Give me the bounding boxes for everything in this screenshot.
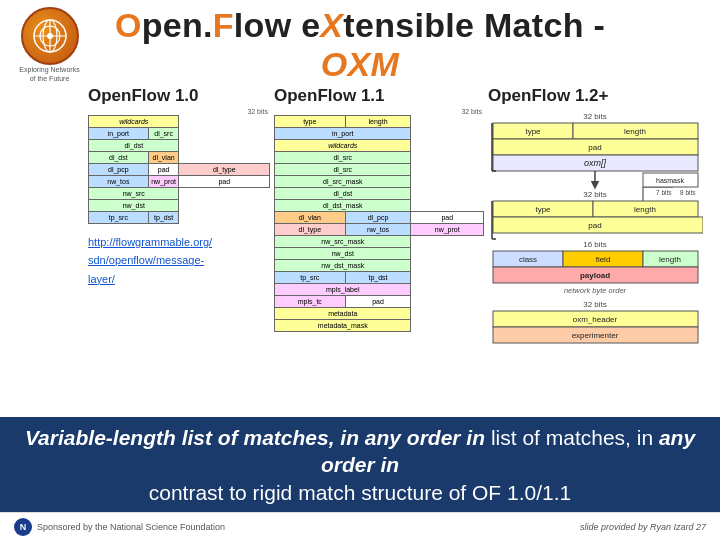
svg-text:32 bits: 32 bits [583, 300, 607, 309]
svg-text:8 bits: 8 bits [680, 189, 696, 196]
of12-title: OpenFlow 1.2+ [488, 86, 710, 106]
svg-text:7 bits: 7 bits [656, 189, 672, 196]
footer-sponsor: Sponsored by the National Science Founda… [37, 522, 225, 532]
svg-text:length: length [624, 127, 646, 136]
svg-text:16 bits: 16 bits [583, 240, 607, 249]
of10-table: wildcards in_portdl_src dl_dst dl_dstdl_… [88, 115, 270, 224]
oxm-diagram: 32 bits type length pad oxm[] 32 bits ty… [488, 109, 703, 394]
bottom-text-line2: contrast to rigid match structure of OF … [20, 479, 700, 506]
of11-column: OpenFlow 1.1 32 bits typelength in_port … [274, 86, 484, 392]
svg-text:length: length [659, 255, 681, 264]
svg-text:pad: pad [588, 221, 601, 230]
svg-text:oxm[]: oxm[] [584, 158, 607, 168]
of11-title: OpenFlow 1.1 [274, 86, 484, 106]
of12-column: OpenFlow 1.2+ 32 bits type length pad ox… [488, 86, 710, 392]
svg-text:field: field [596, 255, 611, 264]
of11-bits: 32 bits [274, 108, 484, 115]
footer-credit: slide provided by Ryan Izard 27 [580, 522, 706, 532]
svg-text:experimenter: experimenter [572, 331, 619, 340]
of10-bits: 32 bits [88, 108, 270, 115]
geni-logo: Exploring Networksof the Future [12, 7, 87, 83]
of10-column: OpenFlow 1.0 32 bits wildcards in_portdl… [88, 86, 270, 392]
bottom-section: Variable-length list of matches, in any … [0, 417, 720, 512]
svg-text:class: class [519, 255, 537, 264]
svg-text:payload: payload [580, 271, 610, 280]
svg-text:32 bits: 32 bits [583, 112, 607, 121]
svg-text:hasmask: hasmask [656, 177, 685, 184]
geni-tagline: Exploring Networksof the Future [19, 66, 79, 83]
svg-text:oxm_header: oxm_header [573, 315, 618, 324]
nsf-logo: N [14, 518, 32, 536]
openflow-link[interactable]: http://flowgrammable.org/sdn/openflow/me… [88, 236, 212, 285]
bottom-text-line1: Variable-length list of matches, in any … [20, 424, 700, 479]
of10-title: OpenFlow 1.0 [88, 86, 270, 106]
svg-point-5 [47, 33, 53, 39]
of11-table: typelength in_port wildcards dl_src dl_s… [274, 115, 484, 332]
svg-text:32 bits: 32 bits [583, 190, 607, 199]
svg-text:pad: pad [588, 143, 601, 152]
svg-text:network byte order: network byte order [564, 286, 627, 295]
slide-title: Open.Flow eXtensible Match - OXM [87, 6, 708, 84]
svg-text:type: type [525, 127, 541, 136]
footer-bar: N Sponsored by the National Science Foun… [0, 512, 720, 540]
svg-text:length: length [634, 205, 656, 214]
svg-text:type: type [535, 205, 551, 214]
